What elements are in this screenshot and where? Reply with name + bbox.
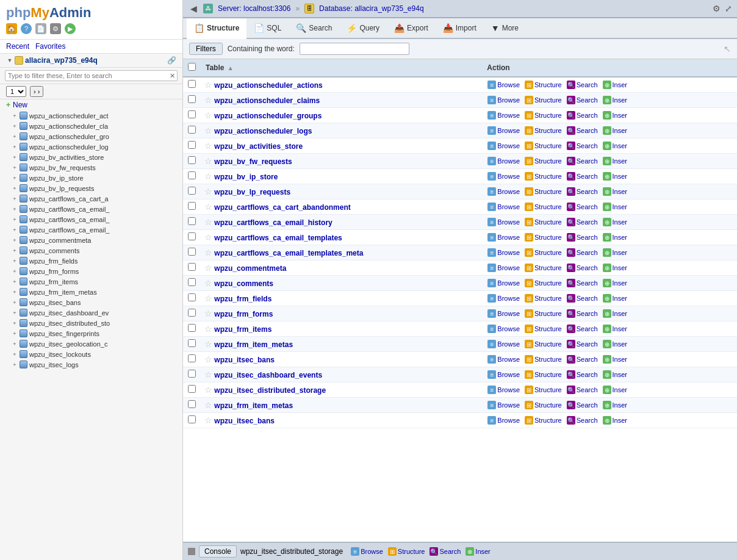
row-checkbox[interactable] [188,309,196,317]
star-icon[interactable]: ☆ [204,141,212,151]
browse-btn[interactable]: ≡ Browse [486,309,522,318]
sidebar-filter-input[interactable] [5,70,178,81]
insert-btn[interactable]: ⊕ Inser [601,95,629,105]
sidebar-item-12[interactable]: + wpzu_commentmeta [0,235,182,245]
search-btn[interactable]: 🔍 Search [565,248,600,257]
table-name-link[interactable]: wpzu_bv_ip_store [214,173,278,181]
search-btn[interactable]: 🔍 Search [565,415,600,425]
table-name-link[interactable]: wpzu_frm_item_metas [214,401,293,410]
table-name-link[interactable]: wpzu_frm_forms [214,310,273,318]
sidebar-item-0[interactable]: + wpzu_actionscheduler_act [0,110,182,121]
console-search-btn[interactable]: 🔍 Search [428,547,462,556]
row-checkbox[interactable] [188,415,196,423]
browse-btn[interactable]: ≡ Browse [486,354,522,364]
structure-btn[interactable]: ⊞ Structure [523,187,564,196]
structure-btn[interactable]: ⊞ Structure [523,217,564,227]
structure-btn[interactable]: ⊞ Structure [523,156,564,166]
star-icon[interactable]: ☆ [204,232,212,242]
browse-btn[interactable]: ≡ Browse [486,232,522,242]
browse-btn[interactable]: ≡ Browse [486,370,522,379]
table-name-link[interactable]: wpzu_frm_items [214,325,271,334]
browse-btn[interactable]: ≡ Browse [486,400,522,410]
row-checkbox[interactable] [188,354,196,362]
star-icon[interactable]: ☆ [204,293,212,303]
star-icon[interactable]: ☆ [204,263,212,273]
search-btn[interactable]: 🔍 Search [565,354,600,364]
home-icon[interactable]: 🏠 [6,23,17,34]
back-arrow-btn[interactable]: ◀ [188,2,200,15]
go-icon[interactable]: ▶ [65,23,76,34]
star-icon[interactable]: ☆ [204,202,212,212]
structure-btn[interactable]: ⊞ Structure [523,171,564,181]
browse-btn[interactable]: ≡ Browse [486,293,522,303]
table-name-link[interactable]: wpzu_itsec_bans [214,356,275,364]
insert-btn[interactable]: ⊕ Inser [601,171,629,181]
sidebar-item-20[interactable]: + wpzu_itsec_distributed_sto [0,318,182,328]
browse-btn[interactable]: ≡ Browse [486,171,522,181]
sidebar-item-13[interactable]: + wpzu_comments [0,245,182,256]
search-btn[interactable]: 🔍 Search [565,339,600,349]
row-checkbox[interactable] [188,248,196,256]
sidebar-item-2[interactable]: + wpzu_actionscheduler_gro [0,131,182,142]
table-name-link[interactable]: wpzu_bv_fw_requests [214,157,292,166]
row-checkbox[interactable] [188,324,196,332]
structure-btn[interactable]: ⊞ Structure [523,339,564,349]
star-icon[interactable]: ☆ [204,324,212,334]
star-icon[interactable]: ☆ [204,385,212,395]
insert-btn[interactable]: ⊕ Inser [601,202,629,212]
tab-query[interactable]: ⚡ Query [339,18,387,39]
structure-btn[interactable]: ⊞ Structure [523,126,564,135]
browse-btn[interactable]: ≡ Browse [486,110,522,120]
sidebar-item-22[interactable]: + wpzu_itsec_geolocation_c [0,339,182,349]
structure-btn[interactable]: ⊞ Structure [523,293,564,303]
row-checkbox[interactable] [188,95,196,103]
table-name-link[interactable]: wpzu_cartflows_ca_email_history [214,218,332,227]
sidebar-item-11[interactable]: + wpzu_cartflows_ca_email_ [0,224,182,235]
row-checkbox[interactable] [188,339,196,347]
structure-btn[interactable]: ⊞ Structure [523,385,564,395]
star-icon[interactable]: ☆ [204,171,212,181]
sidebar-item-24[interactable]: + wpzu_itsec_logs [0,359,182,370]
structure-btn[interactable]: ⊞ Structure [523,309,564,318]
sidebar-item-8[interactable]: + wpzu_cartflows_ca_cart_a [0,193,182,204]
star-icon[interactable]: ☆ [204,187,212,196]
insert-btn[interactable]: ⊕ Inser [601,309,629,318]
sidebar-item-1[interactable]: + wpzu_actionscheduler_cla [0,121,182,131]
sidebar-item-21[interactable]: + wpzu_itsec_fingerprints [0,328,182,339]
star-icon[interactable]: ☆ [204,400,212,410]
insert-btn[interactable]: ⊕ Inser [601,156,629,166]
tab-search[interactable]: 🔍 Search [289,18,339,39]
row-checkbox[interactable] [188,202,196,210]
sidebar-item-7[interactable]: + wpzu_bv_lp_requests [0,183,182,193]
sidebar-item-10[interactable]: + wpzu_cartflows_ca_email_ [0,214,182,224]
table-name-link[interactable]: wpzu_bv_activities_store [214,142,303,151]
browse-btn[interactable]: ≡ Browse [486,202,522,212]
table-name-link[interactable]: wpzu_itsec_bans [214,417,275,425]
browse-btn[interactable]: ≡ Browse [486,385,522,395]
insert-btn[interactable]: ⊕ Inser [601,293,629,303]
browse-btn[interactable]: ≡ Browse [486,95,522,105]
sidebar-item-5[interactable]: + wpzu_bv_fw_requests [0,162,182,173]
table-name-link[interactable]: wpzu_itsec_distributed_storage [214,386,326,395]
tab-import[interactable]: 📥 Import [436,18,484,39]
sidebar-item-23[interactable]: + wpzu_itsec_lockouts [0,349,182,359]
insert-btn[interactable]: ⊕ Inser [601,141,629,151]
search-btn[interactable]: 🔍 Search [565,187,600,196]
structure-btn[interactable]: ⊞ Structure [523,370,564,379]
tab-export[interactable]: 📤 Export [387,18,436,39]
browse-btn[interactable]: ≡ Browse [486,156,522,166]
star-icon[interactable]: ☆ [204,95,212,105]
table-name-link[interactable]: wpzu_actionscheduler_groups [214,112,322,120]
browse-btn[interactable]: ≡ Browse [486,324,522,334]
sidebar-item-6[interactable]: + wpzu_bv_ip_store [0,173,182,183]
search-btn[interactable]: 🔍 Search [565,80,600,90]
filters-btn[interactable]: Filters [189,43,223,55]
search-btn[interactable]: 🔍 Search [565,278,600,288]
sidebar-item-9[interactable]: + wpzu_cartflows_ca_email_ [0,204,182,214]
browse-btn[interactable]: ≡ Browse [486,339,522,349]
row-checkbox[interactable] [188,141,196,149]
browse-btn[interactable]: ≡ Browse [486,248,522,257]
table-name-link[interactable]: wpzu_actionscheduler_actions [214,81,322,90]
search-btn[interactable]: 🔍 Search [565,202,600,212]
search-btn[interactable]: 🔍 Search [565,156,600,166]
